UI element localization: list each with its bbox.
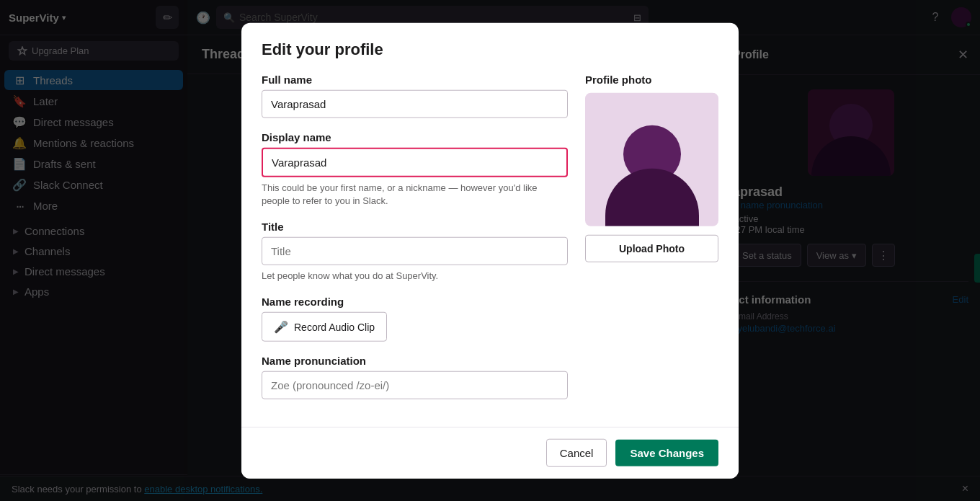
cancel-button[interactable]: Cancel <box>546 439 607 467</box>
avatar-illustration <box>602 125 703 226</box>
full-name-label: Full name <box>262 73 568 85</box>
title-label: Title <box>262 221 568 233</box>
display-name-input[interactable] <box>262 147 568 177</box>
record-btn-label: Record Audio Clip <box>294 321 375 332</box>
display-name-label: Display name <box>262 130 568 143</box>
name-pronunciation-group: Name pronunciation <box>262 355 568 399</box>
modal-photo-section: Profile photo Upload Photo <box>585 73 718 412</box>
title-group: Title Let people know what you do at Sup… <box>262 221 568 283</box>
title-hint: Let people know what you do at SuperVity… <box>262 270 568 283</box>
upload-photo-button[interactable]: Upload Photo <box>585 234 718 262</box>
name-recording-group: Name recording 🎤 Record Audio Clip <box>262 296 568 342</box>
name-recording-label: Name recording <box>262 296 568 308</box>
full-name-group: Full name <box>262 73 568 118</box>
save-changes-button[interactable]: Save Changes <box>615 440 718 466</box>
full-name-input[interactable] <box>262 89 568 118</box>
record-audio-button[interactable]: 🎤 Record Audio Clip <box>262 312 387 342</box>
modal-form: Full name Display name This could be you… <box>262 73 568 412</box>
display-name-hint: This could be your first name, or a nick… <box>262 181 568 207</box>
name-pronunciation-label: Name pronunciation <box>262 355 568 367</box>
modal-title: Edit your profile <box>262 40 718 58</box>
display-name-group: Display name This could be your first na… <box>262 130 568 207</box>
modal-header: Edit your profile <box>241 22 739 58</box>
upload-btn-label: Upload Photo <box>619 242 685 254</box>
name-pronunciation-input[interactable] <box>262 371 568 399</box>
modal-footer: Cancel Save Changes <box>241 427 739 479</box>
avatar-body-large <box>605 168 699 226</box>
modal-body: Full name Display name This could be you… <box>241 58 739 427</box>
edit-profile-modal: Edit your profile Full name Display name… <box>241 22 739 479</box>
profile-photo-preview <box>585 92 718 226</box>
mic-icon: 🎤 <box>274 320 288 334</box>
title-input[interactable] <box>262 237 568 265</box>
profile-photo-label: Profile photo <box>585 73 718 85</box>
